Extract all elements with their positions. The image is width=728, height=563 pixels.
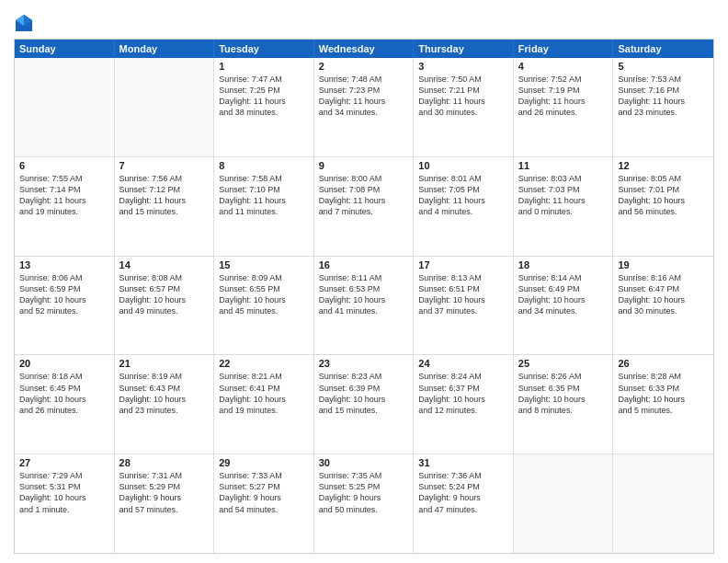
cell-info: Sunrise: 8:08 AM Sunset: 6:57 PM Dayligh… [119,272,210,317]
day-number: 21 [119,358,210,369]
calendar-cell: 17Sunrise: 8:13 AM Sunset: 6:51 PM Dayli… [414,257,514,355]
calendar-cell: 14Sunrise: 8:08 AM Sunset: 6:57 PM Dayli… [115,257,215,355]
calendar: SundayMondayTuesdayWednesdayThursdayFrid… [14,39,714,554]
day-number: 6 [19,160,109,171]
cell-info: Sunrise: 8:06 AM Sunset: 6:59 PM Dayligh… [19,272,109,317]
calendar-cell: 22Sunrise: 8:21 AM Sunset: 6:41 PM Dayli… [214,355,314,454]
cell-info: Sunrise: 8:21 AM Sunset: 6:41 PM Dayligh… [219,371,309,416]
calendar-cell: 23Sunrise: 8:23 AM Sunset: 6:39 PM Dayli… [314,355,415,454]
calendar-cell: 19Sunrise: 8:16 AM Sunset: 6:47 PM Dayli… [613,257,713,355]
cell-info: Sunrise: 7:55 AM Sunset: 7:14 PM Dayligh… [19,173,109,218]
day-number: 8 [219,160,309,171]
day-number: 11 [518,160,609,171]
day-number: 23 [319,358,409,369]
calendar-cell: 5Sunrise: 7:53 AM Sunset: 7:16 PM Daylig… [613,58,713,156]
day-number: 31 [418,457,508,468]
calendar-cell: 8Sunrise: 7:58 AM Sunset: 7:10 PM Daylig… [214,157,314,256]
day-number: 5 [618,61,709,72]
calendar-header: SundayMondayTuesdayWednesdayThursdayFrid… [15,40,713,58]
day-number: 24 [418,358,508,369]
day-number: 3 [418,61,508,72]
day-number: 27 [19,457,109,468]
calendar-row: 27Sunrise: 7:29 AM Sunset: 5:31 PM Dayli… [15,454,713,553]
cell-info: Sunrise: 8:24 AM Sunset: 6:37 PM Dayligh… [418,371,508,416]
calendar-cell: 30Sunrise: 7:35 AM Sunset: 5:25 PM Dayli… [314,454,415,553]
calendar-cell: 21Sunrise: 8:19 AM Sunset: 6:43 PM Dayli… [115,355,215,454]
calendar-cell: 16Sunrise: 8:11 AM Sunset: 6:53 PM Dayli… [314,257,415,355]
calendar-cell: 9Sunrise: 8:00 AM Sunset: 7:08 PM Daylig… [314,157,415,256]
calendar-row: 6Sunrise: 7:55 AM Sunset: 7:14 PM Daylig… [15,156,713,256]
calendar-cell [613,454,713,553]
header-cell-friday: Friday [514,40,614,58]
cell-info: Sunrise: 8:18 AM Sunset: 6:45 PM Dayligh… [19,371,109,416]
calendar-cell: 20Sunrise: 8:18 AM Sunset: 6:45 PM Dayli… [15,355,115,454]
header-cell-tuesday: Tuesday [214,40,314,58]
calendar-cell [514,454,614,553]
calendar-cell: 28Sunrise: 7:31 AM Sunset: 5:29 PM Dayli… [115,454,215,553]
cell-info: Sunrise: 7:56 AM Sunset: 7:12 PM Dayligh… [119,173,210,218]
header-cell-thursday: Thursday [414,40,514,58]
day-number: 17 [418,259,508,270]
day-number: 1 [219,61,309,72]
cell-info: Sunrise: 8:28 AM Sunset: 6:33 PM Dayligh… [618,371,709,416]
header-cell-sunday: Sunday [15,40,115,58]
cell-info: Sunrise: 8:05 AM Sunset: 7:01 PM Dayligh… [618,173,709,218]
calendar-cell: 3Sunrise: 7:50 AM Sunset: 7:21 PM Daylig… [414,58,514,156]
cell-info: Sunrise: 8:03 AM Sunset: 7:03 PM Dayligh… [518,173,609,218]
calendar-cell: 10Sunrise: 8:01 AM Sunset: 7:05 PM Dayli… [414,157,514,256]
day-number: 20 [19,358,109,369]
day-number: 25 [518,358,609,369]
day-number: 4 [518,61,609,72]
cell-info: Sunrise: 8:26 AM Sunset: 6:35 PM Dayligh… [518,371,609,416]
cell-info: Sunrise: 8:01 AM Sunset: 7:05 PM Dayligh… [418,173,508,218]
day-number: 26 [618,358,709,369]
calendar-cell: 15Sunrise: 8:09 AM Sunset: 6:55 PM Dayli… [214,257,314,355]
calendar-cell: 4Sunrise: 7:52 AM Sunset: 7:19 PM Daylig… [514,58,614,156]
calendar-cell: 18Sunrise: 8:14 AM Sunset: 6:49 PM Dayli… [514,257,614,355]
calendar-row: 20Sunrise: 8:18 AM Sunset: 6:45 PM Dayli… [15,354,713,454]
day-number: 10 [418,160,508,171]
cell-info: Sunrise: 7:48 AM Sunset: 7:23 PM Dayligh… [319,74,409,119]
day-number: 15 [219,259,309,270]
calendar-cell: 7Sunrise: 7:56 AM Sunset: 7:12 PM Daylig… [115,157,215,256]
cell-info: Sunrise: 8:11 AM Sunset: 6:53 PM Dayligh… [319,272,409,317]
calendar-cell: 26Sunrise: 8:28 AM Sunset: 6:33 PM Dayli… [613,355,713,454]
cell-info: Sunrise: 7:50 AM Sunset: 7:21 PM Dayligh… [418,74,508,119]
day-number: 22 [219,358,309,369]
day-number: 30 [319,457,409,468]
calendar-cell: 29Sunrise: 7:33 AM Sunset: 5:27 PM Dayli… [214,454,314,553]
logo [14,13,36,33]
day-number: 13 [19,259,109,270]
calendar-cell: 12Sunrise: 8:05 AM Sunset: 7:01 PM Dayli… [613,157,713,256]
day-number: 7 [119,160,210,171]
cell-info: Sunrise: 8:13 AM Sunset: 6:51 PM Dayligh… [418,272,508,317]
calendar-cell: 25Sunrise: 8:26 AM Sunset: 6:35 PM Dayli… [514,355,614,454]
calendar-cell: 27Sunrise: 7:29 AM Sunset: 5:31 PM Dayli… [15,454,115,553]
cell-info: Sunrise: 7:36 AM Sunset: 5:24 PM Dayligh… [418,470,508,515]
cell-info: Sunrise: 7:29 AM Sunset: 5:31 PM Dayligh… [19,470,109,515]
cell-info: Sunrise: 7:53 AM Sunset: 7:16 PM Dayligh… [618,74,709,119]
day-number: 2 [319,61,409,72]
calendar-row: 1Sunrise: 7:47 AM Sunset: 7:25 PM Daylig… [15,58,713,156]
calendar-cell [115,58,215,156]
day-number: 14 [119,259,210,270]
cell-info: Sunrise: 8:09 AM Sunset: 6:55 PM Dayligh… [219,272,309,317]
header-cell-monday: Monday [115,40,215,58]
cell-info: Sunrise: 8:16 AM Sunset: 6:47 PM Dayligh… [618,272,709,317]
calendar-cell: 1Sunrise: 7:47 AM Sunset: 7:25 PM Daylig… [214,58,314,156]
calendar-cell: 2Sunrise: 7:48 AM Sunset: 7:23 PM Daylig… [314,58,415,156]
cell-info: Sunrise: 7:31 AM Sunset: 5:29 PM Dayligh… [119,470,210,515]
day-number: 16 [319,259,409,270]
cell-info: Sunrise: 7:58 AM Sunset: 7:10 PM Dayligh… [219,173,309,218]
day-number: 12 [618,160,709,171]
day-number: 18 [518,259,609,270]
cell-info: Sunrise: 7:47 AM Sunset: 7:25 PM Dayligh… [219,74,309,119]
day-number: 9 [319,160,409,171]
header [14,9,714,33]
calendar-cell: 6Sunrise: 7:55 AM Sunset: 7:14 PM Daylig… [15,157,115,256]
day-number: 29 [219,457,309,468]
cell-info: Sunrise: 8:19 AM Sunset: 6:43 PM Dayligh… [119,371,210,416]
cell-info: Sunrise: 8:14 AM Sunset: 6:49 PM Dayligh… [518,272,609,317]
day-number: 28 [119,457,210,468]
calendar-cell: 13Sunrise: 8:06 AM Sunset: 6:59 PM Dayli… [15,257,115,355]
